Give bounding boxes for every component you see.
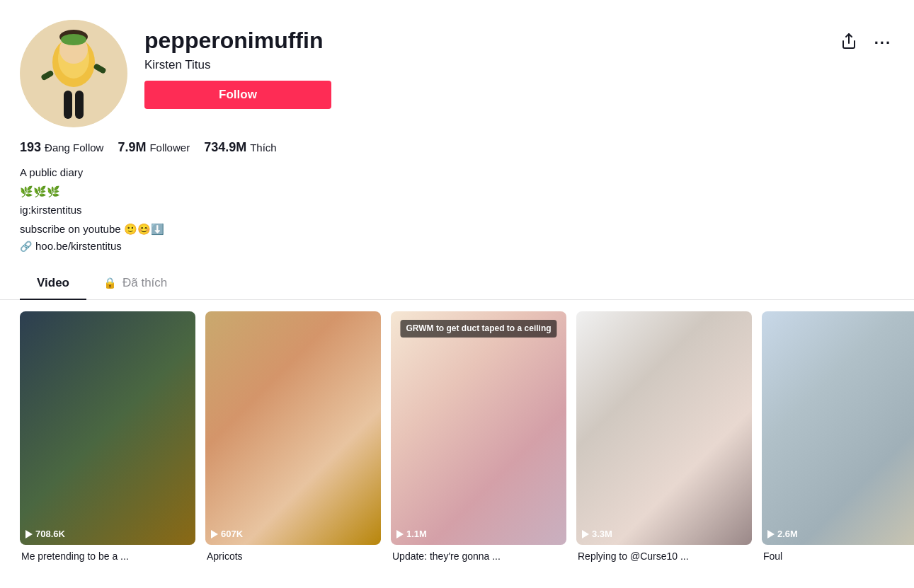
view-count-4: 3.3M (592, 529, 612, 539)
profile-info: pepperonimuffin Kirsten Titus Follow (144, 20, 331, 109)
likes-label: Thích (250, 142, 277, 154)
video-thumbnail-4: 3.3M (576, 311, 752, 545)
video-title-3: Update: they're gonna ... (391, 550, 566, 562)
bio-section: A public diary 🌿🌿🌿 ig:kirstentitus subsc… (0, 155, 914, 252)
tab-liked-label: Đã thích (122, 276, 167, 290)
bio-line3: ig:kirstentitus (20, 202, 894, 219)
header-icons: ··· (838, 20, 894, 56)
following-label: Đang Follow (45, 142, 103, 154)
video-title-5: Foul (762, 550, 914, 562)
play-icon-4 (582, 530, 589, 538)
view-count-1: 708.6K (35, 529, 65, 539)
bio-link-text: hoo.be/kirstentitus (35, 240, 122, 252)
stats-section: 193 Đang Follow 7.9M Follower 734.9M Thí… (0, 127, 914, 155)
video-card-4[interactable]: 3.3MReplying to @Curse10 ... (576, 311, 752, 562)
view-count-5: 2.6M (777, 529, 798, 539)
tab-video-label: Video (37, 276, 69, 290)
video-overlay-text-3: GRWM to get duct taped to a ceiling (400, 320, 556, 338)
play-icon-5 (767, 530, 775, 538)
tab-video[interactable]: Video (20, 267, 86, 300)
video-views-4: 3.3M (582, 529, 612, 539)
lock-icon: 🔒 (103, 277, 117, 289)
tab-liked[interactable]: 🔒 Đã thích (86, 267, 184, 300)
video-card-3[interactable]: GRWM to get duct taped to a ceiling1.1MU… (391, 311, 566, 562)
video-views-1: 708.6K (25, 529, 65, 539)
video-card-1[interactable]: 708.6KMe pretending to be a ... (20, 311, 195, 562)
follow-button[interactable]: Follow (144, 81, 331, 109)
video-title-4: Replying to @Curse10 ... (576, 550, 752, 562)
view-count-3: 1.1M (406, 529, 427, 539)
video-title-1: Me pretending to be a ... (20, 550, 195, 562)
tabs-section: Video 🔒 Đã thích (0, 267, 914, 300)
play-icon-3 (396, 530, 404, 538)
svg-rect-8 (64, 91, 72, 119)
bio-line1: A public diary (20, 165, 894, 181)
play-icon-1 (25, 530, 33, 538)
profile-section: pepperonimuffin Kirsten Titus Follow ··· (0, 0, 914, 127)
bio-line4: subscribe on youtube 🙂😊⬇️ (20, 221, 894, 238)
username: pepperonimuffin (144, 27, 331, 54)
video-title-2: Apricots (205, 550, 381, 562)
following-stat: 193 Đang Follow (20, 140, 103, 155)
bio-link[interactable]: 🔗 hoo.be/kirstentitus (20, 240, 894, 252)
video-card-2[interactable]: 607KApricots (205, 311, 381, 562)
video-grid: 708.6KMe pretending to be a ...607KApric… (0, 300, 914, 573)
followers-label: Follower (149, 142, 190, 154)
display-name: Kirsten Titus (144, 58, 331, 72)
followers-stat: 7.9M Follower (118, 140, 190, 155)
avatar (20, 20, 127, 127)
more-options-button[interactable]: ··· (872, 31, 894, 55)
video-thumbnail-1: 708.6K (20, 311, 195, 545)
share-button[interactable] (838, 30, 860, 56)
video-views-2: 607K (211, 529, 243, 539)
video-card-5[interactable]: 2.6M›Foul (762, 311, 914, 562)
svg-rect-9 (75, 91, 84, 119)
video-views-5: 2.6M (767, 529, 798, 539)
followers-count: 7.9M (118, 140, 146, 155)
following-count: 193 (20, 140, 41, 155)
avatar-wrapper (20, 20, 127, 127)
likes-stat: 734.9M Thích (204, 140, 277, 155)
svg-point-5 (61, 34, 86, 45)
video-thumbnail-2: 607K (205, 311, 381, 545)
likes-count: 734.9M (204, 140, 246, 155)
video-thumbnail-3: GRWM to get duct taped to a ceiling1.1M (391, 311, 566, 545)
play-icon-2 (211, 530, 218, 538)
bio-line2: 🌿🌿🌿 (20, 184, 894, 200)
link-icon: 🔗 (20, 241, 32, 252)
view-count-2: 607K (221, 529, 243, 539)
video-views-3: 1.1M (396, 529, 427, 539)
video-thumbnail-5: 2.6M› (762, 311, 914, 545)
